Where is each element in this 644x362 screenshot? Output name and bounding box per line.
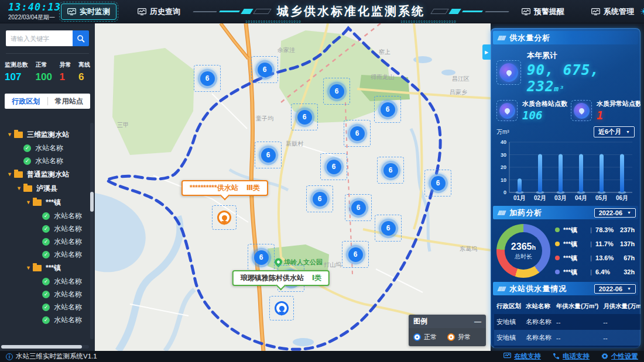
tree-item-5[interactable]: ▼***镇 (7, 195, 89, 209)
folder-icon (14, 171, 23, 178)
tab-行政区划[interactable]: 行政区划 (5, 94, 47, 109)
footer-link-2[interactable]: 个性设置 (601, 352, 638, 361)
station-callout-0[interactable]: **********供水站Ⅲ类 (181, 180, 268, 196)
svg-text:0: 0 (503, 189, 506, 195)
footer-link-0[interactable]: 在线支持 (503, 352, 541, 361)
tree-item-11[interactable]: ✓水站名称 (7, 275, 89, 288)
tree-expand-arrow[interactable]: ▼ (7, 132, 14, 137)
cluster-marker-13[interactable]: 6 (342, 241, 369, 268)
station-ok-icon: ✓ (23, 157, 31, 165)
cluster-marker-7[interactable]: 6 (320, 153, 347, 180)
map-place-label: 三甲 (117, 121, 129, 129)
table-cell: 名称名称 (523, 330, 554, 346)
tree-expand-arrow[interactable]: ▼ (26, 265, 33, 271)
tree-item-1[interactable]: ✓水站名称 (7, 142, 89, 154)
map-legend-header: 图例 — (409, 315, 486, 328)
cluster-marker-8[interactable]: 6 (377, 157, 404, 184)
cluster-marker-0[interactable]: 6 (194, 65, 221, 92)
cluster-marker-5[interactable]: 6 (374, 96, 401, 123)
stations-month-select[interactable]: 2022-06▼ (594, 284, 636, 294)
donut-total-hours: 2365h (511, 242, 536, 252)
dosing-hours: 137h (620, 240, 635, 247)
range-select[interactable]: 近6个月▼ (594, 126, 635, 137)
cluster-marker-6[interactable]: 6 (255, 142, 282, 168)
stat-1: 正常100 (36, 61, 52, 83)
supply-bar-chart: 01020304001月02月03月04月05月06月 (494, 137, 637, 203)
tab-常用站点[interactable]: 常用站点 (48, 94, 91, 109)
search-button[interactable] (73, 30, 89, 46)
cluster-marker-2[interactable]: 6 (323, 78, 350, 105)
station-tree: ▼三维监测水站✓水站名称✓水站名称▼普通监测水站▼泸溪县▼***镇✓水站名称✓水… (0, 127, 89, 343)
search-input[interactable] (6, 30, 73, 46)
tree-item-8[interactable]: ✓水站名称 (7, 235, 89, 248)
page-title: 城乡供水标准化监测系统 (277, 4, 425, 19)
dosing-legend-item-1[interactable]: ***镇|11.7%137h (555, 240, 635, 249)
stat-0: 监测总数107 (5, 61, 28, 83)
nav-item-left-0[interactable]: 实时监测 (61, 4, 117, 20)
tree-item-10[interactable]: ▼***镇 (7, 261, 89, 275)
tree-item-13[interactable]: ✓水站名称 (7, 301, 89, 313)
tree-item-2[interactable]: ✓水站名称 (7, 154, 89, 167)
map-place-label: 昌江区 (452, 75, 470, 83)
cluster-marker-11[interactable]: 6 (345, 194, 372, 221)
dosing-month-select[interactable]: 2022-06▼ (594, 208, 636, 218)
svg-text:02月: 02月 (534, 195, 546, 201)
table-cell: -- (554, 330, 601, 346)
station-pin-abnormal[interactable] (212, 205, 237, 230)
tree-item-0[interactable]: ▼三维监测水站 (7, 127, 89, 142)
tree-expand-arrow[interactable]: ▼ (7, 171, 14, 177)
svg-text:01月: 01月 (513, 195, 526, 201)
monitor-chart-icon (591, 8, 600, 15)
legend-minimize-button[interactable]: — (474, 318, 481, 326)
tree-item-3[interactable]: ▼普通监测水站 (7, 167, 89, 181)
cluster-marker-12[interactable]: 6 (375, 215, 402, 242)
nav-item-right-1[interactable]: 系统管理 (585, 4, 640, 19)
dosing-legend-item-2[interactable]: ***镇|13.6%67h (555, 254, 635, 263)
tree-item-14[interactable]: ✓水站名称 (7, 313, 89, 326)
map-place-label: 余家洼 (278, 46, 295, 54)
tree-item-9[interactable]: ✓水站名称 (7, 248, 89, 261)
tree-expand-arrow[interactable]: ▼ (16, 185, 23, 191)
monitor-chart-icon (67, 8, 76, 15)
nav-item-left-1[interactable]: 历史查询 (132, 4, 186, 19)
collapse-right-button[interactable]: ▶ (482, 44, 491, 60)
sidebar-tabs: 行政区划常用站点 (5, 94, 90, 109)
legend-item-0: 正常 (413, 333, 437, 342)
binary-deco-left: 1010101010101010101010 (245, 20, 301, 23)
tree-expand-arrow[interactable]: ▼ (26, 199, 33, 205)
dosing-legend-item-3[interactable]: ***镇|6.4%32h (555, 268, 635, 277)
table-row[interactable]: 安地镇名称名称---- (494, 314, 640, 330)
cluster-marker-4[interactable]: 6 (344, 120, 371, 147)
legend-item-1: 异常 (447, 333, 471, 342)
scrollbar-thumb[interactable] (90, 192, 94, 212)
footer-link-1[interactable]: 电话支持 (553, 352, 590, 361)
cluster-marker-9[interactable]: 6 (424, 170, 451, 196)
cluster-marker-10[interactable]: 6 (306, 185, 333, 212)
cluster-marker-14[interactable]: 6 (248, 244, 275, 271)
station-pin-normal[interactable] (269, 296, 294, 320)
table-row[interactable]: 安地镇名称名称---- (494, 330, 640, 346)
dosing-legend-item-0[interactable]: ***镇|78.3%237h (555, 226, 635, 235)
tree-item-4[interactable]: ▼泸溪县 (7, 181, 89, 195)
tree-station-label: 水站名称 (54, 237, 82, 247)
tree-vertical-scrollbar[interactable] (90, 123, 94, 339)
station-ok-icon: ✓ (42, 291, 50, 298)
tree-horizontal-scrollbar[interactable] (1, 345, 89, 349)
cluster-marker-1[interactable]: 6 (251, 56, 278, 83)
stat-value: 1 (59, 71, 71, 83)
cluster-marker-3[interactable]: 6 (291, 104, 318, 130)
table-cell: 名称名称 (523, 314, 554, 330)
water-drop-icon (221, 214, 228, 222)
station-callout-1[interactable]: 琅琊镇雅陈村供水站Ⅰ类 (232, 270, 330, 286)
donut-center: 2365h 总时长 (505, 232, 542, 270)
tree-item-7[interactable]: ✓水站名称 (7, 222, 89, 235)
scrollbar-thumb[interactable] (1, 345, 82, 349)
info-icon: i (6, 353, 13, 360)
nav-item-right-0[interactable]: 预警提醒 (516, 4, 570, 19)
tree-item-6[interactable]: ✓水站名称 (7, 209, 89, 222)
tree-item-12[interactable]: ✓水站名称 (7, 288, 89, 301)
stat-label: 异常 (59, 61, 71, 69)
table-row[interactable]: 安地镇名称名称---- (494, 346, 640, 348)
dosing-hours: 237h (620, 226, 635, 233)
map-canvas[interactable]: 余家洼窑上得雨龙山昌江区吕蒙乡童子均新贩村三甲打山坞东葛坞 埠岭人文公园 666… (95, 23, 491, 351)
